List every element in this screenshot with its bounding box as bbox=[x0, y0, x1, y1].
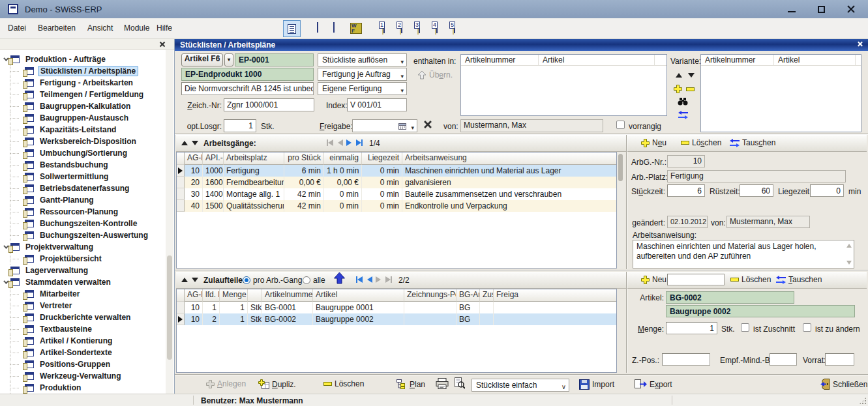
tree-item-label[interactable]: Baugruppen-Kalkulation bbox=[38, 102, 132, 111]
ag-table-scrollbar[interactable] bbox=[618, 152, 625, 268]
zl-nav-next-icon[interactable] bbox=[376, 276, 381, 283]
scroll-down-icon[interactable] bbox=[846, 261, 852, 265]
z-pos-field[interactable] bbox=[662, 353, 710, 366]
duplizieren-button[interactable]: Dupliz. bbox=[258, 379, 296, 389]
tree-item[interactable]: Baugruppen-Austausch bbox=[0, 112, 165, 124]
norm-text-field[interactable]: Die Normvorschrift AB 1245 ist unbedingt… bbox=[181, 82, 314, 95]
ag-neu-button[interactable]: Neu bbox=[641, 138, 666, 147]
maximize-button[interactable] bbox=[815, 3, 827, 15]
workflow-icon[interactable]: WF bbox=[350, 23, 362, 34]
index-field[interactable]: V 001/01 bbox=[347, 98, 407, 111]
vorrangig-checkbox[interactable] bbox=[616, 121, 625, 129]
tree-item[interactable]: Artikel / Kontierung bbox=[0, 335, 165, 347]
tree-item[interactable]: Buchungszeiten-Kontrolle bbox=[0, 218, 165, 229]
tree-item-label[interactable]: Bestandsbuchung bbox=[38, 160, 110, 169]
tree-item-label[interactable]: Stammdaten verwalten bbox=[23, 278, 113, 287]
clear-freigabe-icon[interactable] bbox=[424, 121, 431, 128]
menu-ansicht[interactable]: Ansicht bbox=[87, 23, 113, 33]
radio-pro-arbgang[interactable] bbox=[243, 276, 250, 284]
tree-item[interactable]: Fertigung - Arbeitskarten bbox=[0, 77, 165, 89]
radio-alle[interactable] bbox=[303, 276, 310, 284]
ag-collapse-down-icon[interactable] bbox=[192, 141, 198, 145]
panel-close-icon[interactable] bbox=[858, 42, 863, 47]
menu-bearbeiten[interactable]: Bearbeiten bbox=[38, 23, 76, 33]
window-3-icon[interactable]: 3 bbox=[419, 23, 420, 33]
window-2-icon[interactable]: 2 bbox=[401, 23, 402, 33]
column-header[interactable]: Menge bbox=[220, 289, 248, 302]
print-preview-icon[interactable] bbox=[454, 377, 465, 389]
tree-item-label[interactable]: Teilmengen / Fertigmeldung bbox=[38, 90, 145, 99]
tree-panel-toggle-icon[interactable] bbox=[283, 20, 301, 37]
ist-zuschnitt-label[interactable]: ist Zuschnitt bbox=[753, 325, 795, 334]
tree-item[interactable]: Produktion - Aufträge bbox=[0, 53, 165, 65]
menu-module[interactable]: Module bbox=[124, 23, 149, 33]
table-row[interactable]: 1011Stk.BG-0001Baugruppe 0001BG bbox=[177, 302, 616, 313]
plan-button[interactable]: Plan bbox=[397, 379, 425, 389]
radio-pro-arbgang-label[interactable]: pro Arb.-Gang bbox=[253, 276, 302, 285]
table-row[interactable]: 101000Fertigung6 min1 h 0 min0 minMaschi… bbox=[177, 165, 616, 177]
window-4-icon[interactable]: 4 bbox=[436, 23, 438, 33]
tree-item[interactable]: Projektverwaltung bbox=[0, 241, 165, 253]
tree-item[interactable]: Projektübersicht bbox=[0, 253, 165, 265]
tree-panel-close-icon[interactable] bbox=[160, 42, 165, 47]
tree-item-label[interactable]: Artikel-Sondertexte bbox=[38, 348, 114, 357]
window-green-icon[interactable] bbox=[317, 23, 318, 32]
tree-item[interactable]: Werkzeug-Verwaltung bbox=[0, 370, 165, 382]
close-button[interactable] bbox=[846, 5, 858, 16]
fertigung-je-auftrag-select[interactable]: Fertigung je Auftrag▾ bbox=[318, 68, 407, 81]
menu-datei[interactable]: Datei bbox=[8, 23, 26, 33]
tree-item[interactable]: Sollwertermittlung bbox=[0, 171, 165, 182]
splitter[interactable] bbox=[626, 135, 627, 269]
ist-zu-aendern-checkbox[interactable] bbox=[803, 323, 811, 332]
tree-item-label[interactable]: Fertigung - Arbeitskarten bbox=[38, 78, 135, 87]
column-header[interactable]: lfd. Nr. bbox=[203, 289, 220, 302]
arbeitsanweisung-textarea[interactable]: Maschinen einrichten und Material aus La… bbox=[633, 240, 854, 268]
column-header[interactable]: Arbeitsanweisung bbox=[402, 152, 617, 165]
ag-nav-first-icon[interactable] bbox=[327, 139, 333, 146]
ruestzeit-field[interactable]: 60 bbox=[740, 184, 773, 197]
tree-item[interactable]: Ressourcen-Planung bbox=[0, 206, 165, 218]
table-row[interactable]: 201600Fremdbearbeitung0,00 €0,00 €0 ming… bbox=[177, 177, 616, 188]
table-row[interactable]: 401500Qualitätssicherung42 min0 min0 min… bbox=[177, 200, 616, 212]
losgroesse-field[interactable]: 1 bbox=[224, 119, 256, 132]
tree-item-label[interactable]: Werkzeug-Verwaltung bbox=[38, 371, 123, 381]
print-icon[interactable] bbox=[436, 378, 449, 389]
minimize-button[interactable] bbox=[786, 3, 798, 15]
column-header[interactable]: API.-Nr. bbox=[203, 152, 224, 165]
tree-item[interactable]: Stammdaten verwalten bbox=[0, 276, 165, 288]
druckbericht-select[interactable]: Stückliste einfach ∨ bbox=[471, 379, 569, 392]
column-header[interactable]: Artikel bbox=[313, 289, 404, 302]
zl-tauschen-button[interactable]: Tauschen bbox=[776, 275, 822, 284]
zl-neu-button[interactable]: Neu bbox=[641, 275, 666, 284]
artikel-dropdown-button[interactable]: ▾ bbox=[224, 53, 233, 66]
tree-item-label[interactable]: Buchungszeiten-Kontrolle bbox=[38, 219, 139, 228]
eigene-fertigung-select[interactable]: Eigene Fertigung▾ bbox=[318, 82, 407, 95]
tree-item[interactable]: Vertreter bbox=[0, 300, 165, 312]
window-1-icon[interactable]: 1 bbox=[383, 23, 385, 33]
tree-item-label[interactable]: Lagerverwaltung bbox=[23, 266, 90, 275]
goto-parent-arrow-icon[interactable] bbox=[334, 272, 345, 284]
tree-item[interactable]: Teilmengen / Fertigmeldung bbox=[0, 89, 165, 100]
table-row[interactable]: 1021Stk.BG-0002Baugruppe 0002BG bbox=[177, 313, 616, 325]
zl-nav-last-icon[interactable] bbox=[385, 276, 392, 283]
column-header[interactable] bbox=[248, 289, 262, 302]
zeichnungsnummer-field[interactable]: Zgnr 1000/001 bbox=[224, 98, 314, 111]
zl-neu-input[interactable] bbox=[667, 274, 725, 285]
liegezeit-field[interactable]: 0 bbox=[810, 184, 844, 197]
tree-item[interactable]: Textbausteine bbox=[0, 323, 165, 335]
tree-item-label[interactable]: Stücklisten / Arbeitspläne bbox=[38, 66, 138, 76]
column-header[interactable]: Arbeitsplatz bbox=[224, 152, 284, 165]
column-header[interactable]: Zus. bbox=[480, 289, 494, 302]
zl-loeschen-button[interactable]: Löschen bbox=[730, 275, 771, 284]
tree-scrollbar-thumb[interactable] bbox=[167, 255, 172, 360]
tree-item-label[interactable]: Betriebsdatenerfassung bbox=[38, 184, 131, 193]
ag-tauschen-button[interactable]: Tauschen bbox=[730, 138, 775, 147]
tree-item-label[interactable]: Produktion bbox=[38, 383, 83, 392]
variante-down-icon[interactable] bbox=[688, 73, 695, 78]
artikel-f6-button[interactable]: Artikel F6 bbox=[181, 53, 223, 66]
tree-item[interactable]: Umbuchung/Sortierung bbox=[0, 147, 165, 159]
ist-zuschnitt-checkbox[interactable] bbox=[741, 323, 749, 332]
menu-hilfe[interactable]: Hilfe bbox=[157, 23, 172, 33]
column-header[interactable]: pro Stück bbox=[284, 152, 324, 165]
window-blue-icon[interactable] bbox=[333, 23, 335, 32]
